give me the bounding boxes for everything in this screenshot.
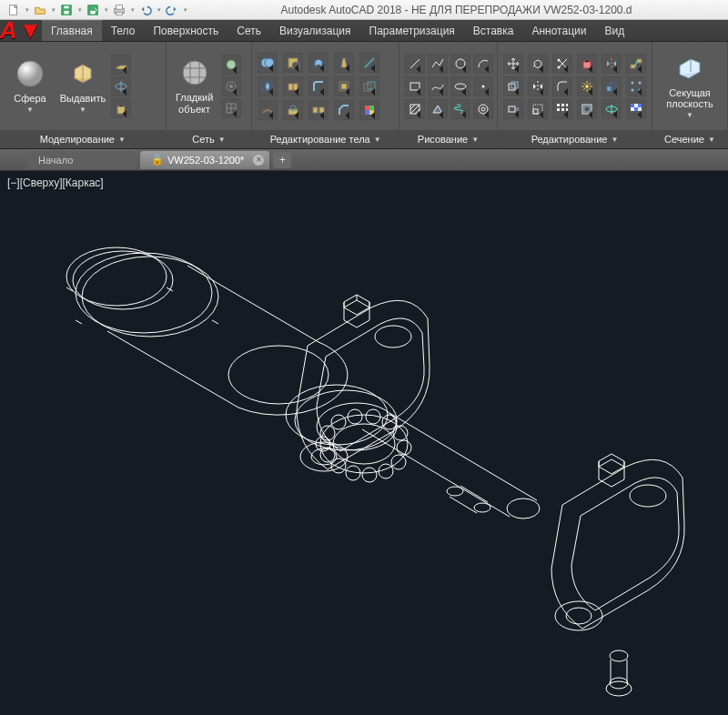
- offset-face-button[interactable]: [359, 76, 379, 96]
- hatch-button[interactable]: [405, 99, 425, 119]
- offset-button[interactable]: [577, 99, 597, 119]
- scale3d-button[interactable]: [602, 76, 622, 96]
- presspull-button[interactable]: [111, 98, 131, 118]
- qat-open-button[interactable]: [30, 2, 50, 18]
- point-button[interactable]: [473, 76, 493, 96]
- mesh-more-1[interactable]: [221, 55, 241, 75]
- qat-undo-button[interactable]: [136, 2, 156, 18]
- ellipse-button[interactable]: [450, 76, 470, 96]
- app-menu-button[interactable]: A▼: [0, 20, 42, 41]
- array3d-button[interactable]: [626, 76, 646, 96]
- donut-button[interactable]: [473, 99, 493, 119]
- panel-title-solid-edit[interactable]: Редактирование тела▼: [252, 130, 399, 148]
- qat-new-button[interactable]: [4, 2, 24, 18]
- panel-title-draw[interactable]: Рисование▼: [399, 130, 497, 148]
- svg-rect-8: [116, 12, 123, 15]
- slice-button[interactable]: [283, 76, 303, 96]
- tab-mesh[interactable]: Сеть: [228, 20, 270, 41]
- subtract-button[interactable]: [283, 53, 303, 73]
- extrude-face-button[interactable]: [308, 53, 329, 73]
- shell-button[interactable]: [334, 76, 354, 96]
- panel-modeling: Сфера▼ Выдавить▼ Моделирование▼: [0, 42, 167, 148]
- svg-rect-3: [64, 5, 68, 8]
- erase-button[interactable]: [577, 54, 597, 74]
- titlebar: ▾ ▾ ▾ ▾ ▾ ▾ ▾ Autodesk AutoCAD 2018 - НЕ…: [0, 0, 728, 20]
- close-tab-button[interactable]: ×: [253, 155, 264, 166]
- thicken-button[interactable]: [258, 100, 278, 120]
- panel-title-mesh[interactable]: Сеть▼: [167, 130, 252, 148]
- polysolid-button[interactable]: [111, 55, 131, 75]
- align-button[interactable]: [626, 54, 646, 74]
- qat-redo-button[interactable]: [162, 2, 182, 18]
- smooth-button[interactable]: Гладкий объект: [170, 45, 219, 127]
- svg-rect-46: [631, 65, 635, 68]
- svg-rect-7: [116, 5, 123, 8]
- ribbon: Сфера▼ Выдавить▼ Моделирование▼ Гладкий …: [0, 42, 728, 149]
- svg-rect-11: [117, 106, 125, 114]
- region-button[interactable]: [428, 99, 448, 119]
- tab-home[interactable]: Главная: [42, 20, 102, 41]
- color-face-button[interactable]: [359, 100, 379, 120]
- model-viewport[interactable]: [−][Сверху][Каркас]: [0, 171, 728, 715]
- revolve-button[interactable]: [111, 76, 131, 96]
- edge-button[interactable]: [359, 53, 379, 73]
- scale-button[interactable]: [528, 99, 548, 119]
- tab-view[interactable]: Вид: [595, 20, 633, 41]
- tab-solid[interactable]: Тело: [102, 20, 145, 41]
- rotate3d-button[interactable]: [602, 99, 622, 119]
- polyline-button[interactable]: [428, 54, 448, 74]
- taper-button[interactable]: [334, 53, 354, 73]
- svg-rect-72: [631, 107, 634, 111]
- sphere-icon: [15, 58, 46, 89]
- copy-button[interactable]: [503, 76, 523, 96]
- section-plane-button[interactable]: Секущая плоскость▼: [656, 45, 723, 127]
- new-tab-button[interactable]: +: [273, 152, 291, 168]
- arc-button[interactable]: [473, 54, 493, 74]
- panel-title-modify[interactable]: Редактирование▼: [498, 130, 652, 148]
- union-button[interactable]: [258, 53, 278, 73]
- rect-button[interactable]: [405, 76, 425, 96]
- qat-saveas-button[interactable]: [83, 2, 103, 18]
- move-button[interactable]: [503, 54, 523, 74]
- extrude-button[interactable]: Выдавить▼: [56, 45, 109, 127]
- explode-button[interactable]: [577, 76, 597, 96]
- tab-insert[interactable]: Вставка: [464, 20, 523, 41]
- svg-point-13: [227, 60, 236, 69]
- intersect-button[interactable]: [258, 76, 278, 96]
- circle-button[interactable]: [450, 54, 470, 74]
- array-button[interactable]: [552, 99, 572, 119]
- fillet-edge-button[interactable]: [308, 76, 329, 96]
- helix-button[interactable]: [450, 99, 470, 119]
- sphere-button[interactable]: Сфера▼: [4, 45, 56, 127]
- imprint-button[interactable]: [283, 100, 303, 120]
- tab-visualize[interactable]: Визуализация: [270, 20, 360, 41]
- ribbon-tabs: A▼ Главная Тело Поверхность Сеть Визуали…: [0, 20, 728, 42]
- tab-annotate[interactable]: Аннотации: [522, 20, 595, 41]
- svg-rect-58: [533, 109, 538, 114]
- tab-surface[interactable]: Поверхность: [144, 20, 228, 41]
- svg-point-118: [630, 485, 666, 507]
- grid-button[interactable]: [626, 99, 646, 119]
- rotate-button[interactable]: [528, 54, 548, 74]
- separate-button[interactable]: [308, 100, 329, 120]
- panel-title-modeling[interactable]: Моделирование▼: [0, 130, 166, 148]
- stretch-button[interactable]: [503, 99, 523, 119]
- file-tab-active[interactable]: 🔒 VW252-03-1200* ×: [140, 151, 269, 169]
- mesh-more-2[interactable]: [221, 76, 241, 96]
- panel-title-section[interactable]: Сечение▼: [652, 130, 727, 148]
- spline-button[interactable]: [428, 76, 448, 96]
- tab-parametric[interactable]: Параметризация: [360, 20, 464, 41]
- line-button[interactable]: [405, 54, 425, 74]
- svg-rect-61: [561, 104, 564, 106]
- trim-button[interactable]: [552, 54, 572, 74]
- mirror-button[interactable]: [528, 76, 548, 96]
- svg-point-122: [566, 608, 592, 624]
- mesh-more-3[interactable]: [221, 98, 241, 118]
- qat-save-button[interactable]: [56, 2, 76, 18]
- svg-point-123: [610, 650, 628, 661]
- file-tab-start[interactable]: Начало: [27, 151, 136, 169]
- chamfer-edge-button[interactable]: [334, 100, 354, 120]
- fillet-button[interactable]: [552, 76, 572, 96]
- mirror3d-button[interactable]: [602, 54, 622, 74]
- qat-plot-button[interactable]: [109, 2, 129, 18]
